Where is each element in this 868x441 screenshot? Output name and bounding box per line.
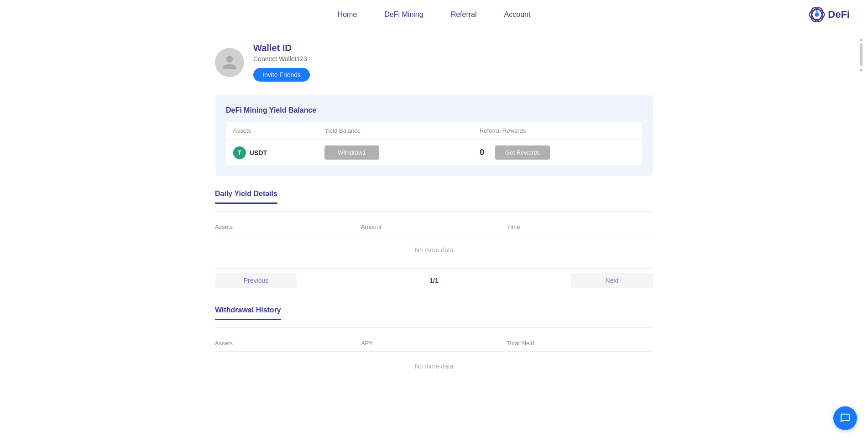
divider-2 bbox=[215, 327, 653, 328]
pagination: Previous 1/1 Next bbox=[215, 268, 653, 292]
withdrawal-no-data: No more data bbox=[215, 352, 653, 381]
page-info: 1/1 bbox=[429, 277, 438, 284]
yield-balance-cell: Withdraw1 bbox=[324, 145, 480, 160]
invite-friends-button[interactable]: Invite Friends bbox=[253, 68, 310, 82]
withdrawal-history-title: Withdrawal History bbox=[215, 306, 281, 320]
scroll-thumb bbox=[860, 43, 863, 66]
nav-account[interactable]: Account bbox=[504, 10, 531, 19]
scroll-up-icon[interactable]: ▲ bbox=[859, 36, 863, 42]
avatar-icon bbox=[221, 54, 238, 71]
scrollbar[interactable]: ▲ ▼ bbox=[858, 36, 864, 73]
col-amount-daily: Amount bbox=[361, 223, 507, 230]
usdt-icon: T bbox=[233, 146, 246, 159]
wallet-subtitle: Connect Wallet123 bbox=[253, 55, 310, 62]
col-yield-balance: Yield Balance bbox=[324, 127, 480, 134]
logo-icon bbox=[809, 6, 825, 23]
logo-text: DeFi bbox=[828, 9, 850, 21]
daily-yield-section: Daily Yield Details Assets Amount Time N… bbox=[215, 190, 653, 292]
avatar bbox=[215, 48, 244, 77]
yield-table-row: T USDT Withdraw1 0 Get Rewards bbox=[226, 140, 642, 165]
asset-name: USDT bbox=[250, 149, 267, 156]
withdraw-button[interactable]: Withdraw1 bbox=[324, 145, 379, 160]
daily-yield-no-data: No more data bbox=[215, 235, 653, 265]
nav-links: Home DeFi Mining Referral Account bbox=[338, 10, 531, 19]
profile-section: Wallet ID Connect Wallet123 Invite Frien… bbox=[215, 43, 653, 82]
daily-yield-title: Daily Yield Details bbox=[215, 190, 277, 204]
next-button[interactable]: Next bbox=[571, 273, 653, 288]
wallet-id-title: Wallet ID bbox=[253, 43, 310, 53]
profile-info: Wallet ID Connect Wallet123 Invite Frien… bbox=[253, 43, 310, 82]
previous-button[interactable]: Previous bbox=[215, 273, 297, 288]
yield-table: Assets Yield Balance Referral Rewards T … bbox=[226, 122, 642, 165]
withdrawal-history-section: Withdrawal History Assets APY Total Yiel… bbox=[215, 306, 653, 381]
asset-cell: T USDT bbox=[233, 146, 324, 159]
col-assets-daily: Assets bbox=[215, 223, 361, 230]
col-total-yield-withdrawal: Total Yield bbox=[507, 340, 653, 347]
nav-referral[interactable]: Referral bbox=[451, 10, 477, 19]
referral-cell: 0 Get Rewards bbox=[480, 145, 635, 160]
col-time-daily: Time bbox=[507, 223, 653, 230]
chat-icon bbox=[840, 413, 851, 424]
svg-point-3 bbox=[815, 12, 819, 16]
col-apy-withdrawal: APY bbox=[361, 340, 507, 347]
yield-balance-card: DeFi Mining Yield Balance Assets Yield B… bbox=[215, 95, 653, 176]
col-assets: Assets bbox=[233, 127, 324, 134]
chat-button[interactable] bbox=[833, 406, 857, 430]
yield-card-title: DeFi Mining Yield Balance bbox=[226, 106, 642, 114]
col-referral-rewards: Referral Rewards bbox=[480, 127, 635, 134]
yield-table-header: Assets Yield Balance Referral Rewards bbox=[226, 122, 642, 140]
details-table-header: Assets Amount Time bbox=[215, 219, 653, 235]
main-content: Wallet ID Connect Wallet123 Invite Frien… bbox=[206, 29, 662, 408]
get-rewards-button[interactable]: Get Rewards bbox=[495, 145, 550, 160]
nav-home[interactable]: Home bbox=[338, 10, 357, 19]
divider-1 bbox=[215, 211, 653, 212]
referral-value: 0 bbox=[480, 148, 484, 157]
navbar: Home DeFi Mining Referral Account DeFi ▲… bbox=[0, 0, 868, 29]
withdrawal-table-header: Assets APY Total Yield bbox=[215, 335, 653, 352]
logo: DeFi bbox=[809, 6, 850, 23]
nav-defi-mining[interactable]: DeFi Mining bbox=[384, 10, 423, 19]
col-assets-withdrawal: Assets bbox=[215, 340, 361, 347]
scroll-down-icon[interactable]: ▼ bbox=[859, 68, 863, 73]
